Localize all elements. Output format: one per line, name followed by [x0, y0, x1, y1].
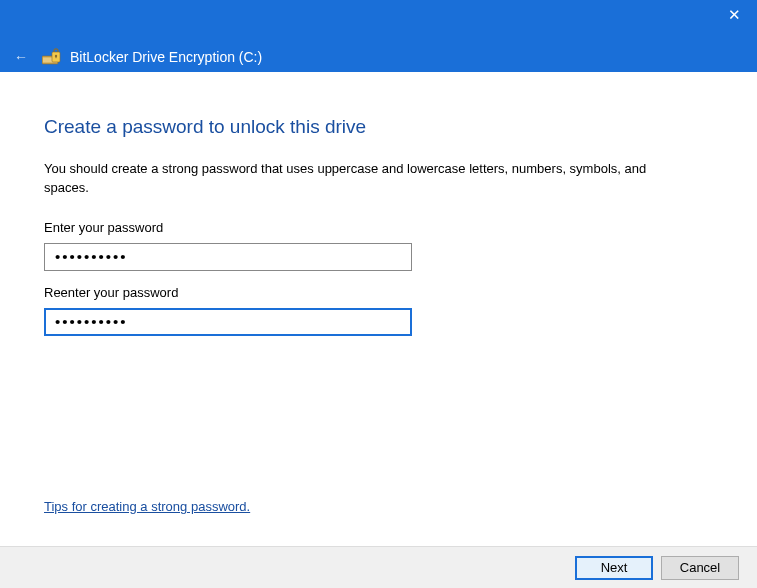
wizard-title: BitLocker Drive Encryption (C:) [70, 49, 262, 65]
wizard-header: ← BitLocker Drive Encryption (C:) [0, 42, 757, 72]
close-icon: ✕ [728, 6, 741, 24]
back-arrow-icon: ← [14, 49, 28, 65]
reenter-password-input[interactable] [44, 308, 412, 336]
enter-password-label: Enter your password [44, 220, 713, 235]
page-description: You should create a strong password that… [44, 160, 684, 198]
close-button[interactable]: ✕ [712, 0, 757, 30]
titlebar: ✕ [0, 0, 757, 42]
svg-rect-4 [56, 56, 57, 58]
next-button[interactable]: Next [575, 556, 653, 580]
tips-link[interactable]: Tips for creating a strong password. [44, 499, 250, 514]
back-button[interactable]: ← [10, 46, 32, 68]
cancel-button[interactable]: Cancel [661, 556, 739, 580]
enter-password-input[interactable] [44, 243, 412, 271]
password-field-group: Enter your password [44, 220, 713, 271]
reenter-password-label: Reenter your password [44, 285, 713, 300]
page-heading: Create a password to unlock this drive [44, 116, 713, 138]
wizard-footer: Next Cancel [0, 546, 757, 588]
drive-lock-icon [42, 48, 62, 66]
wizard-content: Create a password to unlock this drive Y… [0, 72, 757, 546]
confirm-password-field-group: Reenter your password [44, 285, 713, 336]
